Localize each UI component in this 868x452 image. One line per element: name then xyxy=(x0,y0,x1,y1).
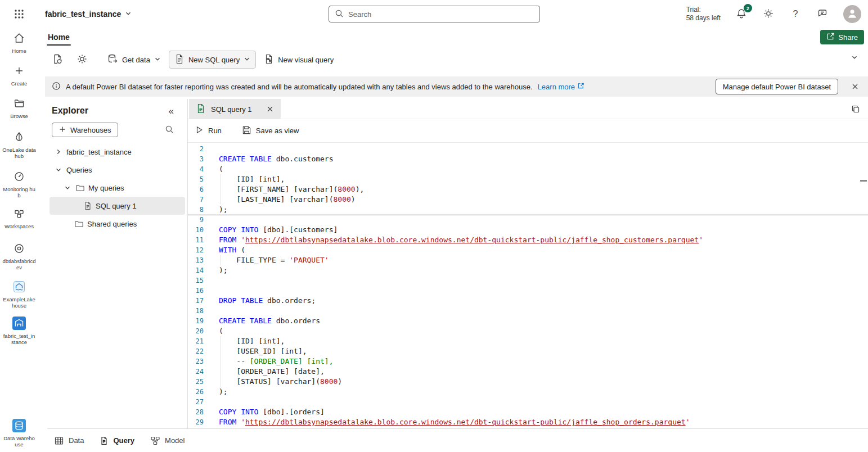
run-button[interactable]: Run xyxy=(195,125,222,136)
code-line[interactable]: 5 [ID] [int], xyxy=(188,174,868,184)
database-icon xyxy=(107,53,118,66)
warehouses-button[interactable]: Warehouses xyxy=(52,123,118,137)
collapse-pane-icon[interactable]: « xyxy=(169,106,174,116)
code-line[interactable]: 23 -- [ORDER_DATE] [int], xyxy=(188,356,868,367)
nav-rail-item-monitoring-hub[interactable]: Monitoring hub xyxy=(0,170,38,198)
notifications-button[interactable]: 2 xyxy=(735,8,748,20)
code-text: [LAST_NAME] [varchar](8000) xyxy=(219,195,356,205)
new-visual-query-label: New visual query xyxy=(278,56,334,64)
banner-close-icon[interactable] xyxy=(851,83,859,91)
tree-item-shared-queries[interactable]: Shared queries xyxy=(50,215,185,233)
workspace-context-button[interactable]: fabric_test_instance xyxy=(41,0,136,28)
nav-rail-item-fabric-test-instance[interactable]: fabric_test_instance xyxy=(0,317,38,345)
code-line[interactable]: 4( xyxy=(188,164,868,174)
view-tab-query[interactable]: Query xyxy=(100,436,134,445)
tree-item-my-queries[interactable]: My queries xyxy=(50,179,185,197)
tree-item-sql-query-1[interactable]: SQL query 1 xyxy=(50,197,185,215)
code-line[interactable]: 20( xyxy=(188,326,868,336)
save-as-view-button[interactable]: Save as view xyxy=(242,125,299,137)
code-line[interactable]: 24 [ORDER_DATE] [date], xyxy=(188,367,868,377)
tree-item-label: fabric_test_instance xyxy=(66,148,132,156)
code-line[interactable]: 26); xyxy=(188,387,868,397)
nav-rail-item-onelake-data-hub[interactable]: OneLake data hub xyxy=(0,130,38,159)
new-sql-query-button[interactable]: New SQL query xyxy=(169,51,256,69)
ribbon-collapse-chevron[interactable] xyxy=(851,54,858,62)
external-link-icon xyxy=(577,82,584,91)
account-avatar[interactable] xyxy=(843,5,861,23)
code-line[interactable]: 9 xyxy=(188,215,868,225)
nav-rail-item-create[interactable]: Create xyxy=(0,64,38,87)
learn-more-link[interactable]: Learn more xyxy=(538,82,584,91)
code-line[interactable]: 21 [ID] [int], xyxy=(188,336,868,346)
trial-status: Trial: 58 days left xyxy=(686,6,721,22)
nav-rail-item-dbtlabsfabricdev[interactable]: dbtlabsfabricdev xyxy=(0,242,38,270)
manage-dataset-button[interactable]: Manage default Power BI dataset xyxy=(716,79,838,94)
code-line[interactable]: 16 xyxy=(188,286,868,296)
code-line[interactable]: 13 FILE_TYPE = 'PARQUET' xyxy=(188,255,868,265)
tree-item-queries[interactable]: Queries xyxy=(50,161,185,179)
visual-query-icon xyxy=(264,54,274,66)
code-line[interactable]: 15 xyxy=(188,275,868,286)
line-number: 24 xyxy=(188,367,204,377)
tree-item-label: SQL query 1 xyxy=(96,202,137,210)
new-visual-query-button[interactable]: New visual query xyxy=(258,51,339,69)
refresh-button[interactable] xyxy=(46,51,69,69)
code-text: ); xyxy=(219,205,228,215)
code-line[interactable]: 10COPY INTO [dbo].[customers] xyxy=(188,225,868,235)
chevron-right-icon[interactable] xyxy=(54,148,63,155)
sql-file-icon xyxy=(174,54,185,66)
view-tab-model[interactable]: Model xyxy=(150,436,185,446)
code-line[interactable]: 14); xyxy=(188,265,868,275)
code-text: [STATUS] [varchar](8000) xyxy=(219,377,342,387)
code-line[interactable]: 11FROM 'https://dbtlabsynapsedatalake.bl… xyxy=(188,235,868,245)
nav-rail-item-data-warehouse[interactable]: Data Warehouse xyxy=(0,419,38,448)
code-line[interactable]: 28COPY INTO [dbo].[orders] xyxy=(188,407,868,417)
query-tab-label: SQL query 1 xyxy=(211,105,252,114)
code-line[interactable]: 3CREATE TABLE dbo.customers xyxy=(188,154,868,164)
global-search[interactable] xyxy=(329,6,540,22)
share-button[interactable]: Share xyxy=(820,30,864,44)
code-line[interactable]: 12WITH ( xyxy=(188,245,868,255)
code-line[interactable]: 2 xyxy=(188,144,868,154)
person-icon xyxy=(846,7,858,21)
chevron-down-icon[interactable] xyxy=(54,166,63,173)
tree-item-fabric-test-instance[interactable]: fabric_test_instance xyxy=(50,143,185,161)
code-editor[interactable]: 23CREATE TABLE dbo.customers4(5 [ID] [in… xyxy=(188,143,868,428)
code-line[interactable]: 8); xyxy=(188,205,868,215)
nav-rail-item-home[interactable]: Home xyxy=(0,31,38,54)
settings-button[interactable] xyxy=(762,8,775,20)
copy-icon[interactable] xyxy=(851,105,860,115)
code-line[interactable]: 7 [LAST_NAME] [varchar](8000) xyxy=(188,195,868,205)
get-data-button[interactable]: Get data xyxy=(101,51,167,69)
warehouse-settings-button[interactable] xyxy=(71,51,93,69)
code-text: ( xyxy=(219,164,223,174)
code-line[interactable]: 18 xyxy=(188,306,868,316)
line-number: 13 xyxy=(188,255,204,265)
trial-remaining: 58 days left xyxy=(686,14,721,22)
help-button[interactable]: ? xyxy=(789,8,802,20)
nav-rail-item-label: Monitoring hub xyxy=(2,186,36,198)
query-tab[interactable]: SQL query 1 xyxy=(189,99,281,119)
chevron-down-icon[interactable] xyxy=(63,184,72,191)
code-line[interactable]: 17DROP TABLE dbo.orders; xyxy=(188,296,868,306)
search-input[interactable] xyxy=(348,10,534,19)
code-line[interactable]: 19CREATE TABLE dbo.orders xyxy=(188,316,868,326)
close-icon[interactable] xyxy=(266,105,274,113)
nav-rail-item-workspaces[interactable]: Workspaces xyxy=(0,207,38,229)
scrollbar-marker[interactable] xyxy=(860,180,867,182)
code-text: COPY INTO [dbo].[customers] xyxy=(219,225,338,235)
lakehouse-icon xyxy=(13,280,25,293)
code-line[interactable]: 22 [USER_ID] [int], xyxy=(188,346,868,356)
tab-home[interactable]: Home xyxy=(46,28,71,46)
nav-rail-item-browse[interactable]: Browse xyxy=(0,97,38,119)
banner-message: A default Power BI dataset for faster re… xyxy=(66,83,533,91)
waffle-menu-button[interactable] xyxy=(14,8,25,21)
explorer-search-icon[interactable] xyxy=(165,125,174,135)
code-line[interactable]: 27 xyxy=(188,397,868,407)
nav-rail-item-examplelakehouse[interactable]: ExampleLakehouse xyxy=(0,280,38,309)
feedback-button[interactable] xyxy=(816,8,829,20)
view-tab-data[interactable]: Data xyxy=(54,436,84,446)
code-line[interactable]: 6 [FIRST_NAME] [varchar](8000), xyxy=(188,184,868,195)
code-line[interactable]: 29FROM 'https://dbtlabsynapsedatalake.bl… xyxy=(188,417,868,427)
code-line[interactable]: 25 [STATUS] [varchar](8000) xyxy=(188,377,868,387)
